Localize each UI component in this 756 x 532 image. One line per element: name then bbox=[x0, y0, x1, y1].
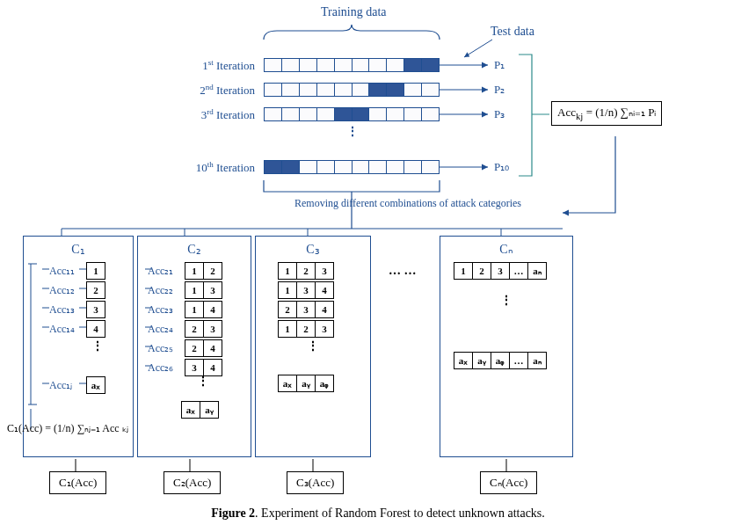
split-cell bbox=[369, 108, 387, 120]
cn-output: Cₙ(Acc) bbox=[480, 471, 537, 494]
chip: 3 bbox=[315, 320, 334, 338]
split-cell bbox=[335, 59, 353, 71]
acc-row: Acc₁₃3 bbox=[49, 301, 105, 318]
acc-label: Acc₁₁ bbox=[49, 265, 83, 278]
split-cell bbox=[300, 84, 317, 96]
training-data-label: Training data bbox=[321, 5, 387, 19]
split-cell bbox=[369, 84, 387, 96]
split-cell bbox=[265, 161, 282, 173]
chip: 1 bbox=[86, 262, 105, 280]
chip: 2 bbox=[296, 262, 316, 280]
p10-label: P₁₀ bbox=[494, 160, 509, 174]
split-bar-10 bbox=[264, 160, 440, 174]
c3-output: C₃(Acc) bbox=[287, 471, 344, 494]
chip: 3 bbox=[86, 301, 105, 318]
cn-ellipsis: ⋮ bbox=[501, 299, 512, 302]
chip-row-c3: 123 bbox=[278, 262, 333, 280]
chip-row: 234 bbox=[278, 301, 333, 318]
acc-row: Acc₁ⱼaₓ bbox=[49, 376, 105, 394]
chip-row: 23 bbox=[185, 320, 222, 338]
split-cell bbox=[387, 59, 404, 71]
chip-row-cn: 123…aₙ bbox=[454, 262, 546, 280]
split-cell bbox=[353, 161, 370, 173]
acc-row: Acc₁₁1 bbox=[49, 262, 105, 280]
acc-row: Acc₁₄4 bbox=[49, 320, 105, 338]
split-cell bbox=[335, 161, 353, 173]
acc-row: Acc₂₅24 bbox=[148, 339, 222, 357]
split-cell bbox=[265, 108, 282, 120]
chip: 1 bbox=[185, 262, 204, 280]
split-cell bbox=[265, 84, 282, 96]
iteration-10-label: 10th Iteration bbox=[171, 160, 255, 175]
split-cell bbox=[300, 161, 317, 173]
chip: aₓ bbox=[181, 401, 200, 419]
test-data-label: Test data bbox=[491, 25, 534, 39]
acc-row: Acc₁₂2 bbox=[49, 281, 105, 299]
chip: 2 bbox=[185, 320, 204, 338]
acc-label: Acc₂₄ bbox=[148, 323, 181, 336]
cn-title: Cₙ bbox=[499, 242, 512, 257]
panels-ellipsis: … … bbox=[389, 264, 417, 278]
removing-label: Removing different combinations of attac… bbox=[294, 197, 521, 210]
chip: 4 bbox=[315, 281, 334, 299]
chip: 4 bbox=[203, 339, 222, 357]
split-cell bbox=[404, 84, 422, 96]
split-bar-1 bbox=[264, 58, 440, 72]
chip: 3 bbox=[185, 359, 204, 376]
chip: 2 bbox=[278, 301, 297, 318]
split-cell bbox=[387, 161, 404, 173]
split-cell bbox=[300, 59, 317, 71]
split-cell bbox=[282, 161, 300, 173]
c2-title: C₂ bbox=[187, 242, 200, 257]
chip: 1 bbox=[278, 320, 297, 338]
chip: 3 bbox=[296, 301, 316, 318]
cn-last-row: aₓaᵧaᵩ…aₙ bbox=[454, 352, 546, 369]
split-cell bbox=[387, 108, 404, 120]
iteration-2-label: 2nd Iteration bbox=[171, 83, 255, 98]
chip: aᵧ bbox=[200, 401, 219, 419]
chip: 2 bbox=[472, 262, 491, 280]
chip: 2 bbox=[185, 339, 204, 357]
chip: 1 bbox=[454, 262, 473, 280]
chip: aₓ bbox=[454, 352, 473, 369]
c3-last-row: aₓaᵧaᵩ bbox=[278, 375, 333, 392]
chip: aᵩ bbox=[315, 375, 334, 392]
chip: … bbox=[509, 262, 528, 280]
acc-label: Acc₂₂ bbox=[148, 284, 181, 297]
acc-label: Acc₁₂ bbox=[49, 284, 83, 297]
split-cell bbox=[300, 108, 317, 120]
chip-row-c3: 123 bbox=[278, 320, 333, 338]
acc-label: Acc₂₅ bbox=[148, 342, 181, 355]
split-cell bbox=[387, 84, 404, 96]
acc-label: Acc₂₆ bbox=[148, 361, 181, 375]
chip: 1 bbox=[185, 281, 204, 299]
c3-ellipsis: ⋮ bbox=[308, 345, 318, 348]
c1-title: C₁ bbox=[71, 242, 84, 257]
p1-label: P₁ bbox=[494, 58, 505, 72]
chip: 1 bbox=[278, 281, 297, 299]
acc-row: Acc₂₂13 bbox=[148, 281, 222, 299]
chip-row-c3: 134 bbox=[278, 281, 333, 299]
chip: 3 bbox=[491, 262, 510, 280]
caption-prefix: Figure 2 bbox=[211, 506, 255, 520]
chip: 4 bbox=[315, 301, 334, 318]
c2-output: C₂(Acc) bbox=[164, 471, 221, 494]
split-cell bbox=[422, 161, 439, 173]
p3-label: P₃ bbox=[494, 107, 505, 121]
split-cell bbox=[317, 108, 335, 120]
split-cell bbox=[353, 108, 370, 120]
split-cell bbox=[317, 59, 335, 71]
split-cell bbox=[335, 108, 353, 120]
chip: 3 bbox=[315, 262, 334, 280]
c3-title: C₃ bbox=[306, 242, 319, 257]
acc-row: Acc₂₁12 bbox=[148, 262, 222, 280]
split-cell bbox=[353, 84, 370, 96]
chip: aᵩ bbox=[491, 352, 510, 369]
chip-row: 13 bbox=[185, 281, 222, 299]
acc-label: Acc₁₃ bbox=[49, 303, 83, 317]
split-cell bbox=[282, 84, 300, 96]
chip: 4 bbox=[86, 320, 105, 338]
acc-label: Acc₁₄ bbox=[49, 323, 83, 336]
split-cell bbox=[422, 59, 439, 71]
chip: … bbox=[509, 352, 528, 369]
